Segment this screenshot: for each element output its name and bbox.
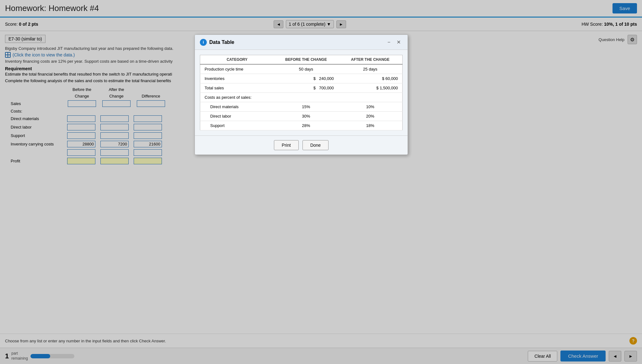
data-table-modal: i Data Table − ✕ CATEGORY BEFORE THE CHA… [195, 34, 408, 155]
modal-label-0: Production cycle time [200, 64, 274, 74]
modal-row: Total sales$ 700,000$ 1,500,000 [200, 83, 403, 93]
modal-after-4: 10% [338, 102, 403, 112]
modal-row: Costs as percent of sales: [200, 93, 403, 102]
data-table: CATEGORY BEFORE THE CHANGE AFTER THE CHA… [200, 55, 403, 130]
col-before: BEFORE THE CHANGE [274, 55, 338, 65]
modal-before-0: 50 days [274, 64, 338, 74]
modal-label-6: Support [200, 121, 274, 130]
modal-title-text: Data Table [209, 40, 234, 45]
modal-before-4: 15% [274, 102, 338, 112]
modal-row: Support28%18% [200, 121, 403, 130]
modal-after-6: 18% [338, 121, 403, 130]
modal-header: i Data Table − ✕ [195, 35, 408, 50]
modal-row: Inventories$ 240,000$ 60,000 [200, 74, 403, 83]
modal-label-1: Inventories [200, 74, 274, 83]
modal-row: Direct labor30%20% [200, 112, 403, 121]
modal-footer: Print Done [195, 135, 408, 155]
modal-before-2: $ 700,000 [274, 83, 338, 93]
modal-close-button[interactable]: ✕ [395, 39, 403, 46]
done-button[interactable]: Done [302, 140, 329, 150]
modal-after-0: 25 days [338, 64, 403, 74]
modal-label-4: Direct materials [200, 102, 274, 112]
modal-before-5: 30% [274, 112, 338, 121]
modal-minimize-button[interactable]: − [386, 39, 392, 46]
modal-after-2: $ 1,500,000 [338, 83, 403, 93]
col-category: CATEGORY [200, 55, 274, 65]
modal-before-1: $ 240,000 [274, 74, 338, 83]
col-after: AFTER THE CHANGE [338, 55, 403, 65]
info-icon: i [200, 39, 207, 46]
print-button[interactable]: Print [274, 140, 299, 150]
modal-row: Production cycle time50 days25 days [200, 64, 403, 74]
modal-row: Direct materials15%10% [200, 102, 403, 112]
modal-after-5: 20% [338, 112, 403, 121]
modal-title: i Data Table [200, 39, 234, 46]
data-table-wrapper: CATEGORY BEFORE THE CHANGE AFTER THE CHA… [195, 50, 408, 135]
modal-before-6: 28% [274, 121, 338, 130]
modal-after-1: $ 60,000 [338, 74, 403, 83]
modal-label-5: Direct labor [200, 112, 274, 121]
modal-controls: − ✕ [386, 39, 403, 46]
modal-label-2: Total sales [200, 83, 274, 93]
